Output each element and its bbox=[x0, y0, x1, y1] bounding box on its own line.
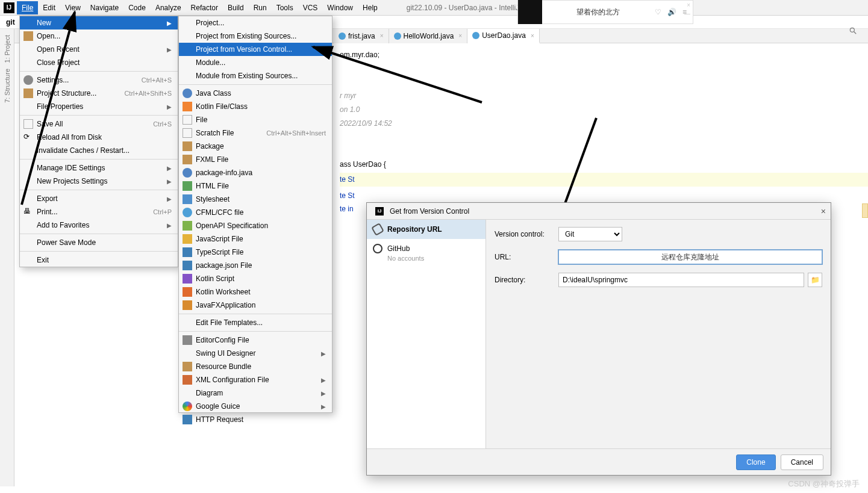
close-icon[interactable]: × bbox=[380, 33, 384, 39]
file-icon bbox=[183, 115, 192, 125]
menu-help[interactable]: Help bbox=[358, 1, 382, 14]
new-google-guice[interactable]: Google Guice▶ bbox=[179, 400, 332, 413]
new-resource-bundle[interactable]: Resource Bundle bbox=[179, 360, 332, 373]
file-settings[interactable]: Settings...Ctrl+Alt+S bbox=[20, 73, 178, 87]
new-kotlin-file[interactable]: Kotlin File/Class bbox=[179, 100, 332, 113]
breadcrumb-root: git bbox=[6, 18, 15, 26]
cfml-icon bbox=[183, 208, 192, 217]
new-project[interactable]: Project... bbox=[179, 16, 332, 29]
new-http-request[interactable]: HTTP Request bbox=[179, 413, 332, 426]
new-project-vcs[interactable]: Project from Version Control... bbox=[179, 43, 332, 56]
menu-code[interactable]: Code bbox=[123, 1, 151, 14]
bundle-icon bbox=[183, 362, 192, 371]
music-close-icon[interactable]: × bbox=[687, 2, 690, 8]
dialog-titlebar: IJ Get from Version Control × bbox=[367, 203, 831, 220]
save-icon bbox=[23, 119, 33, 129]
search-icon[interactable] bbox=[849, 26, 857, 37]
file-invalidate[interactable]: Invalidate Caches / Restart... bbox=[20, 144, 178, 157]
kotlin-icon bbox=[183, 102, 192, 111]
menu-vcs[interactable]: VCS bbox=[298, 1, 323, 14]
close-icon[interactable]: × bbox=[458, 33, 462, 39]
watermark: CSDN @神奇投弹手 bbox=[788, 479, 860, 489]
new-module-existing[interactable]: Module from Existing Sources... bbox=[179, 69, 332, 82]
volume-icon[interactable]: 🔊 bbox=[667, 8, 676, 16]
menu-navigate[interactable]: Navigate bbox=[86, 1, 123, 14]
new-stylesheet[interactable]: Stylesheet bbox=[179, 193, 332, 206]
rail-project[interactable]: 1: Project bbox=[4, 35, 11, 63]
file-new-projects-settings[interactable]: New Projects Settings▶ bbox=[20, 175, 178, 188]
new-swing[interactable]: Swing UI Designer▶ bbox=[179, 347, 332, 360]
menu-build[interactable]: Build bbox=[223, 1, 249, 14]
fxml-icon bbox=[183, 155, 192, 164]
java-icon bbox=[183, 168, 192, 178]
new-javafx[interactable]: JavaFXApplication bbox=[179, 299, 332, 312]
new-html[interactable]: HTML File bbox=[179, 179, 332, 193]
new-package-json[interactable]: package.json File bbox=[179, 259, 332, 272]
kotlin-script-icon bbox=[183, 274, 192, 284]
javafx-icon bbox=[183, 300, 192, 310]
menu-window[interactable]: Window bbox=[322, 1, 358, 14]
menu-edit[interactable]: Edit bbox=[38, 1, 60, 14]
dialog-close-icon[interactable]: × bbox=[821, 206, 826, 216]
api-icon bbox=[183, 415, 192, 424]
heart-icon[interactable]: ♡ bbox=[655, 8, 661, 16]
dialog-title: Get from Version Control bbox=[390, 207, 469, 215]
new-edit-templates[interactable]: Edit File Templates... bbox=[179, 316, 332, 329]
new-file[interactable]: File bbox=[179, 113, 332, 126]
file-reload[interactable]: ⟳Reload All from Disk bbox=[20, 131, 178, 144]
new-module[interactable]: Module... bbox=[179, 56, 332, 69]
new-scratch[interactable]: Scratch FileCtrl+Alt+Shift+Insert bbox=[179, 126, 332, 140]
new-java-class[interactable]: Java Class bbox=[179, 87, 332, 100]
browse-folder-icon[interactable]: 📁 bbox=[808, 273, 822, 287]
new-js[interactable]: JavaScript File bbox=[179, 232, 332, 246]
clone-button[interactable]: Clone bbox=[736, 454, 775, 470]
file-open[interactable]: Open... bbox=[20, 29, 178, 43]
tab-helloworld[interactable]: HelloWorld.java× bbox=[389, 29, 468, 43]
file-manage-ide[interactable]: Manage IDE Settings▶ bbox=[20, 161, 178, 175]
new-diagram[interactable]: Diagram▶ bbox=[179, 386, 332, 400]
menu-tools[interactable]: Tools bbox=[272, 1, 298, 14]
menu-view[interactable]: View bbox=[60, 1, 86, 14]
file-open-recent[interactable]: Open Recent▶ bbox=[20, 43, 178, 56]
vc-select[interactable]: Git bbox=[558, 227, 622, 241]
directory-input[interactable] bbox=[558, 273, 804, 287]
new-openapi[interactable]: OpenAPI Specification bbox=[179, 219, 332, 232]
new-ts[interactable]: TypeScript File bbox=[179, 246, 332, 259]
album-art bbox=[518, 0, 542, 24]
new-package-info[interactable]: package-info.java bbox=[179, 166, 332, 179]
file-print[interactable]: 🖶Print...Ctrl+P bbox=[20, 205, 178, 219]
close-icon[interactable]: × bbox=[531, 33, 534, 39]
file-close-project[interactable]: Close Project bbox=[20, 56, 178, 69]
new-editorconfig[interactable]: EditorConfig File bbox=[179, 333, 332, 347]
cancel-button[interactable]: Cancel bbox=[781, 454, 823, 470]
menubar: IJ File Edit View Navigate Code Analyze … bbox=[0, 0, 868, 16]
intellij-logo-icon: IJ bbox=[4, 2, 14, 13]
menu-analyze[interactable]: Analyze bbox=[151, 1, 186, 14]
new-kotlin-script[interactable]: Kotlin Script bbox=[179, 272, 332, 285]
menu-file[interactable]: File bbox=[17, 1, 38, 14]
tab-frist[interactable]: frist.java× bbox=[334, 29, 389, 43]
menu-refactor[interactable]: Refactor bbox=[186, 1, 223, 14]
music-collapse-icon[interactable]: — bbox=[684, 10, 690, 17]
new-kotlin-worksheet[interactable]: Kotlin Worksheet bbox=[179, 285, 332, 299]
file-exit[interactable]: Exit bbox=[20, 253, 178, 267]
side-repo-url[interactable]: Repository URL bbox=[367, 220, 486, 239]
file-add-favorites[interactable]: Add to Favorites▶ bbox=[20, 219, 178, 232]
file-save-all[interactable]: Save AllCtrl+S bbox=[20, 117, 178, 131]
new-package[interactable]: Package bbox=[179, 140, 332, 153]
file-project-structure[interactable]: Project Structure...Ctrl+Alt+Shift+S bbox=[20, 87, 178, 100]
new-cfml[interactable]: CFML/CFC file bbox=[179, 206, 332, 219]
new-xml-config[interactable]: XML Configuration File▶ bbox=[179, 373, 332, 386]
file-new[interactable]: New▶ bbox=[20, 16, 178, 29]
new-fxml[interactable]: FXML File bbox=[179, 153, 332, 166]
menu-run[interactable]: Run bbox=[249, 1, 272, 14]
file-power-save[interactable]: Power Save Mode bbox=[20, 236, 178, 249]
dialog-main: Version control: Git URL: Directory: 📁 bbox=[486, 220, 831, 448]
file-properties[interactable]: File Properties▶ bbox=[20, 100, 178, 113]
new-project-existing[interactable]: Project from Existing Sources... bbox=[179, 29, 332, 43]
file-export[interactable]: Export▶ bbox=[20, 192, 178, 205]
tab-userdao[interactable]: UserDao.java× bbox=[467, 29, 540, 43]
url-input[interactable] bbox=[558, 250, 822, 264]
rail-structure[interactable]: 7: Structure bbox=[4, 69, 11, 103]
print-icon: 🖶 bbox=[23, 207, 33, 217]
